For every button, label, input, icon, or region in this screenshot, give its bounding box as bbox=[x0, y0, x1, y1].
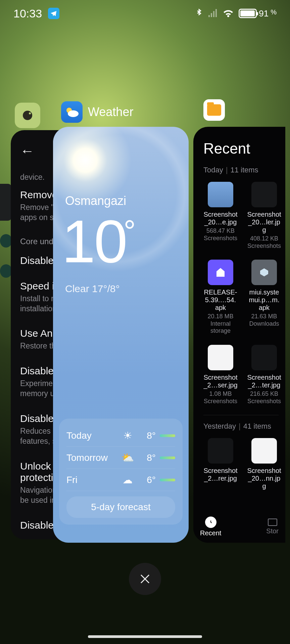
file-name: Screenshot_20…e.jpg bbox=[203, 211, 238, 226]
temp-bar bbox=[160, 434, 175, 437]
file-size: 21.63 MB bbox=[247, 313, 281, 320]
svg-point-3 bbox=[68, 110, 79, 117]
files-title: Recent bbox=[203, 140, 285, 157]
file-location: Screenshots bbox=[203, 398, 238, 405]
files-card-header bbox=[203, 99, 225, 121]
weather-city: Osmangazi bbox=[65, 194, 126, 208]
file-size: 1.08 MB bbox=[203, 390, 238, 398]
weather-condition: Clear 17°/8° bbox=[65, 283, 119, 294]
recent-app-files[interactable]: Recent Today|11 items Screenshot_20…e.jp… bbox=[193, 127, 285, 543]
temp-bar bbox=[160, 479, 175, 481]
nav-recent[interactable]: Recent bbox=[200, 517, 221, 537]
weather-card-header: Weather bbox=[61, 101, 133, 123]
temp-bar bbox=[160, 457, 175, 459]
thumbnail bbox=[251, 438, 277, 464]
files-section-today: Today|11 items bbox=[203, 166, 285, 174]
file-item[interactable]: Screenshot_2…ter.jpg 216.65 KB Screensho… bbox=[247, 345, 281, 405]
weather-temperature: 10° bbox=[62, 211, 137, 272]
files-app-icon[interactable] bbox=[203, 99, 225, 121]
forecast-row[interactable]: Fri ☁ 6° bbox=[66, 469, 175, 491]
svg-point-0 bbox=[23, 111, 32, 120]
close-all-button[interactable] bbox=[129, 563, 161, 595]
file-location: Screenshots bbox=[247, 243, 281, 250]
folder-icon bbox=[207, 104, 221, 116]
file-name: Screenshot_2…ter.jpg bbox=[247, 374, 281, 389]
signal-icon bbox=[208, 9, 218, 18]
thumbnail bbox=[208, 345, 233, 370]
recent-app-weather[interactable]: Osmangazi 10° Clear 17°/8° Today ☀ 8° To… bbox=[53, 127, 189, 543]
forecast-day: Today bbox=[66, 430, 119, 441]
file-name: Screenshot_20…ler.jpg bbox=[247, 211, 281, 234]
forecast-row[interactable]: Today ☀ 8° bbox=[66, 425, 175, 447]
status-time: 10:33 bbox=[13, 7, 42, 20]
five-day-forecast-button[interactable]: 5-day forecast bbox=[66, 496, 175, 518]
file-location: Screenshots bbox=[203, 235, 238, 242]
divider bbox=[203, 415, 279, 415]
battery-indicator: 91% bbox=[239, 8, 277, 19]
file-item[interactable]: RELEASE-5.39.…54.apk 20.18 MB Internal s… bbox=[203, 260, 238, 335]
forecast-temp: 6° bbox=[136, 475, 156, 485]
file-item[interactable]: Screenshot_20…nn.jpg bbox=[247, 438, 281, 491]
thumbnail bbox=[208, 438, 233, 464]
home-indicator[interactable] bbox=[88, 635, 202, 638]
clock-icon bbox=[205, 517, 216, 528]
file-location: Screenshots bbox=[247, 398, 281, 405]
file-item[interactable]: Screenshot_2…ser.jpg 1.08 MB Screenshots bbox=[203, 345, 238, 405]
forecast-row[interactable]: Tomorrow ⛅ 8° bbox=[66, 447, 175, 469]
file-name: RELEASE-5.39.…54.apk bbox=[203, 288, 238, 312]
cloud-icon: ☁ bbox=[119, 474, 136, 486]
file-location: Internal storage bbox=[203, 320, 238, 335]
thumbnail bbox=[251, 182, 277, 207]
file-item[interactable]: miui.systemui.p…m.apk 21.63 MB Downloads bbox=[247, 260, 281, 335]
telegram-icon bbox=[48, 8, 59, 19]
apk-icon bbox=[208, 260, 233, 285]
file-size: 216.65 KB bbox=[247, 390, 281, 398]
file-name: Screenshot_2…ser.jpg bbox=[203, 374, 238, 389]
nav-storage[interactable]: Stor bbox=[266, 519, 279, 535]
wifi-icon bbox=[223, 9, 234, 18]
storage-icon bbox=[268, 519, 277, 526]
file-item[interactable]: Screenshot_2…rer.jpg bbox=[203, 438, 238, 491]
forecast-temp: 8° bbox=[136, 452, 156, 463]
apk-icon bbox=[251, 260, 277, 285]
weather-app-icon[interactable] bbox=[61, 101, 83, 123]
weather-card-title: Weather bbox=[88, 105, 133, 119]
file-location: Downloads bbox=[247, 320, 281, 328]
file-item[interactable]: Screenshot_20…ler.jpg 408.12 KB Screensh… bbox=[247, 182, 281, 250]
status-bar: 10:33 91% bbox=[0, 0, 290, 27]
svg-point-1 bbox=[29, 112, 31, 114]
file-size: 568.47 KB bbox=[203, 227, 238, 235]
forecast-day: Fri bbox=[66, 475, 119, 485]
forecast-day: Tomorrow bbox=[66, 452, 119, 463]
close-icon bbox=[139, 573, 151, 585]
file-name: Screenshot_20…nn.jpg bbox=[247, 467, 281, 490]
file-name: Screenshot_2…rer.jpg bbox=[203, 467, 238, 482]
thumbnail bbox=[251, 345, 277, 370]
svg-marker-4 bbox=[260, 268, 268, 276]
files-section-yesterday: Yesterday|41 items bbox=[203, 422, 285, 431]
file-size: 20.18 MB bbox=[203, 313, 238, 320]
settings-app-icon[interactable] bbox=[15, 103, 40, 128]
forecast-panel: Today ☀ 8° Tomorrow ⛅ 8° Fri ☁ 6° 5-day … bbox=[59, 419, 183, 525]
file-item[interactable]: Screenshot_20…e.jpg 568.47 KB Screenshot… bbox=[203, 182, 238, 250]
sun-icon: ☀ bbox=[119, 430, 136, 441]
thumbnail bbox=[208, 182, 233, 207]
partly-cloudy-icon: ⛅ bbox=[119, 452, 136, 464]
file-name: miui.systemui.p…m.apk bbox=[247, 288, 281, 312]
forecast-temp: 8° bbox=[136, 430, 156, 441]
file-size: 408.12 KB bbox=[247, 235, 281, 243]
files-bottom-nav: Recent Stor bbox=[193, 511, 285, 543]
bluetooth-icon bbox=[195, 8, 203, 19]
